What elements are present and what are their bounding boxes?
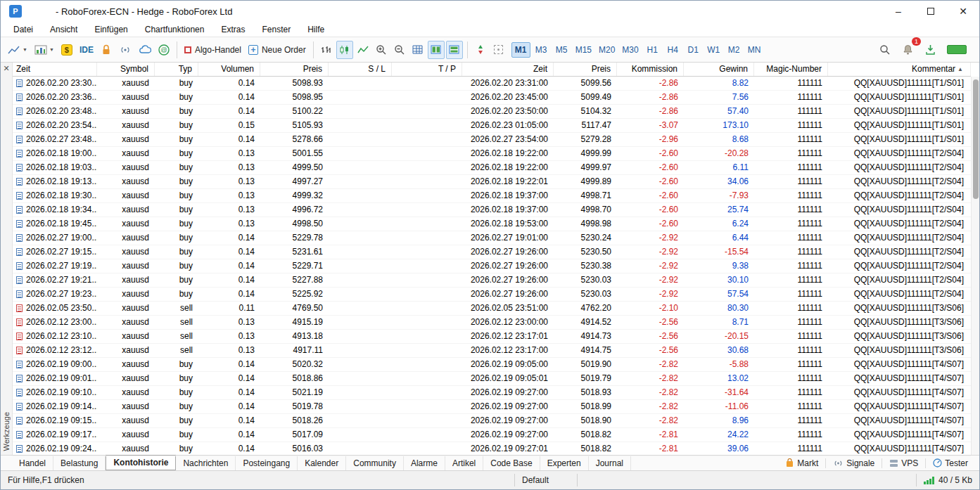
table-row[interactable]: 2026.02.18 19:30...xauusdbuy0.134999.322… — [13, 189, 971, 203]
header-commission[interactable]: Kommission — [617, 63, 684, 76]
table-row[interactable]: 2026.02.27 19:21...xauusdbuy0.145227.882… — [13, 273, 971, 288]
menu-datei[interactable]: Datei — [5, 22, 42, 37]
line-chart-mode-button[interactable] — [355, 41, 371, 59]
table-row[interactable]: 2026.02.18 19:34...xauusdbuy0.134996.722… — [13, 203, 971, 217]
timeframe-h1[interactable]: H1 — [643, 42, 662, 58]
search-button[interactable] — [877, 41, 893, 59]
tab-nachrichten[interactable]: Nachrichten — [176, 456, 236, 470]
tab-belastung[interactable]: Belastung — [53, 456, 106, 470]
zoom-in-button[interactable] — [373, 41, 390, 59]
menu-extras[interactable]: Extras — [212, 22, 253, 37]
timeframe-m3[interactable]: M3 — [532, 42, 551, 58]
table-row[interactable]: 2026.02.19 09:15...xauusdbuy0.145018.262… — [13, 414, 971, 428]
ide-button[interactable]: IDE — [77, 41, 96, 59]
table-row[interactable]: 2026.02.19 09:00...xauusdbuy0.145020.322… — [13, 358, 971, 372]
crosshair-select-button[interactable] — [490, 41, 507, 59]
timeframe-m1[interactable]: M1 — [511, 42, 530, 58]
notifications-button[interactable]: 1 — [899, 41, 916, 59]
candlestick-mode-button[interactable] — [336, 41, 353, 59]
table-row[interactable]: 2026.02.27 19:19...xauusdbuy0.145229.712… — [13, 259, 971, 273]
table-row[interactable]: 2026.02.20 23:48...xauusdbuy0.145100.222… — [13, 105, 971, 119]
timeframe-mn[interactable]: MN — [745, 42, 764, 58]
table-row[interactable]: 2026.02.12 23:00...xauusdsell0.134915.19… — [13, 316, 971, 330]
tester-button[interactable]: Tester — [929, 458, 972, 468]
timeframe-h4[interactable]: H4 — [663, 42, 682, 58]
tile-vertical-button[interactable] — [446, 41, 463, 59]
header-sl[interactable]: S / L — [329, 63, 392, 76]
table-row[interactable]: 2026.02.19 09:10...xauusdbuy0.145021.192… — [13, 386, 971, 400]
header-open-price[interactable]: Preis — [260, 63, 329, 76]
menu-hilfe[interactable]: Hilfe — [299, 22, 333, 37]
zoom-out-button[interactable] — [391, 41, 408, 59]
connection-info[interactable]: 40 / 5 Kb — [917, 475, 979, 485]
minimize-button[interactable]: – — [882, 1, 915, 22]
table-row[interactable]: 2026.02.18 19:13...xauusdbuy0.134997.272… — [13, 175, 971, 189]
download-button[interactable] — [922, 41, 938, 59]
toolbox-close-button[interactable]: ✕ — [1, 63, 12, 74]
table-row[interactable]: 2026.02.12 23:12...xauusdsell0.134917.11… — [13, 344, 971, 358]
scrollbar-thumb[interactable] — [973, 79, 979, 199]
header-open-time[interactable]: Zeit — [13, 63, 97, 76]
table-row[interactable]: 2026.02.20 23:30...xauusdbuy0.145098.932… — [13, 77, 971, 91]
timeframe-w1[interactable]: W1 — [704, 42, 723, 58]
market-watch-button[interactable]: $ — [58, 41, 75, 59]
timeframe-m15[interactable]: M15 — [573, 42, 594, 58]
menu-ansicht[interactable]: Ansicht — [42, 22, 86, 37]
algo-trading-button[interactable]: Algo-Handel — [182, 41, 244, 59]
lock-button[interactable] — [98, 41, 115, 59]
table-row[interactable]: 2026.02.19 09:24...xauusdbuy0.145016.032… — [13, 442, 971, 456]
tab-posteingang[interactable]: Posteingang — [236, 456, 298, 470]
table-row[interactable]: 2026.02.27 23:48...xauusdbuy0.145278.662… — [13, 133, 971, 147]
vps-button[interactable]: VPS — [885, 458, 922, 468]
table-row[interactable]: 2026.02.20 23:54...xauusdbuy0.155105.932… — [13, 119, 971, 133]
header-comment[interactable]: Kommentar▲ — [828, 63, 971, 76]
timeframe-m2[interactable]: M2 — [725, 42, 744, 58]
tab-handel[interactable]: Handel — [12, 456, 53, 470]
vertical-scrollbar[interactable] — [971, 77, 979, 455]
table-row[interactable]: 2026.02.27 19:15...xauusdbuy0.145231.612… — [13, 245, 971, 259]
timeframe-m5[interactable]: M5 — [552, 42, 571, 58]
table-row[interactable]: 2026.02.27 19:23...xauusdbuy0.145225.922… — [13, 288, 971, 302]
tab-artikel[interactable]: Artikel — [445, 456, 483, 470]
signals-button[interactable] — [116, 41, 134, 59]
table-row[interactable]: 2026.02.19 09:01...xauusdbuy0.145018.862… — [13, 372, 971, 386]
cloud-button[interactable] — [136, 41, 154, 59]
timeframe-m20[interactable]: M20 — [596, 42, 618, 58]
profile-selector[interactable]: Default — [515, 475, 577, 485]
market-button[interactable]: Markt — [781, 458, 822, 468]
tab-community[interactable]: Community — [346, 456, 404, 470]
timeframe-m30[interactable]: M30 — [619, 42, 641, 58]
tab-experten[interactable]: Experten — [540, 456, 589, 470]
header-magic-number[interactable]: Magic-Number — [754, 63, 828, 76]
new-order-button[interactable]: + Neue Order — [246, 41, 309, 59]
header-volume[interactable]: Volumen — [198, 63, 260, 76]
bar-chart-mode-button[interactable] — [318, 41, 335, 59]
tile-windows-button[interactable] — [428, 41, 445, 59]
table-row[interactable]: 2026.02.19 09:17...xauusdbuy0.145017.092… — [13, 428, 971, 442]
table-row[interactable]: 2026.02.05 23:50...xauusdsell0.114769.50… — [13, 302, 971, 316]
tab-code-base[interactable]: Code Base — [483, 456, 540, 470]
close-button[interactable]: ✕ — [947, 1, 979, 22]
header-close-price[interactable]: Preis — [554, 63, 617, 76]
header-type[interactable]: Typ — [155, 63, 198, 76]
menu-einfügen[interactable]: Einfügen — [86, 22, 136, 37]
menu-fenster[interactable]: Fenster — [254, 22, 300, 37]
header-profit[interactable]: Gewinn — [684, 63, 754, 76]
tab-kontohistorie[interactable]: Kontohistorie — [106, 455, 176, 470]
deposit-withdraw-button[interactable] — [472, 41, 489, 59]
signals-tab-button[interactable]: Signale — [829, 458, 879, 468]
tab-kalender[interactable]: Kalender — [298, 456, 346, 470]
maximize-button[interactable] — [915, 1, 947, 22]
table-row[interactable]: 2026.02.18 19:03...xauusdbuy0.134999.502… — [13, 161, 971, 175]
table-row[interactable]: 2026.02.27 19:00...xauusdbuy0.145229.782… — [13, 231, 971, 245]
table-row[interactable]: 2026.02.12 23:10...xauusdsell0.134913.18… — [13, 330, 971, 344]
table-row[interactable]: 2026.02.19 09:14...xauusdbuy0.145019.782… — [13, 400, 971, 414]
header-symbol[interactable]: Symbol — [97, 63, 155, 76]
grid-button[interactable] — [409, 41, 426, 59]
table-row[interactable]: 2026.02.20 23:36...xauusdbuy0.145098.952… — [13, 91, 971, 105]
community-button[interactable]: @ — [155, 41, 172, 59]
chart-profile-dropdown-button[interactable]: ▼ — [32, 41, 57, 59]
tab-alarme[interactable]: Alarme — [404, 456, 445, 470]
timeframe-d1[interactable]: D1 — [684, 42, 703, 58]
header-tp[interactable]: T / P — [392, 63, 462, 76]
